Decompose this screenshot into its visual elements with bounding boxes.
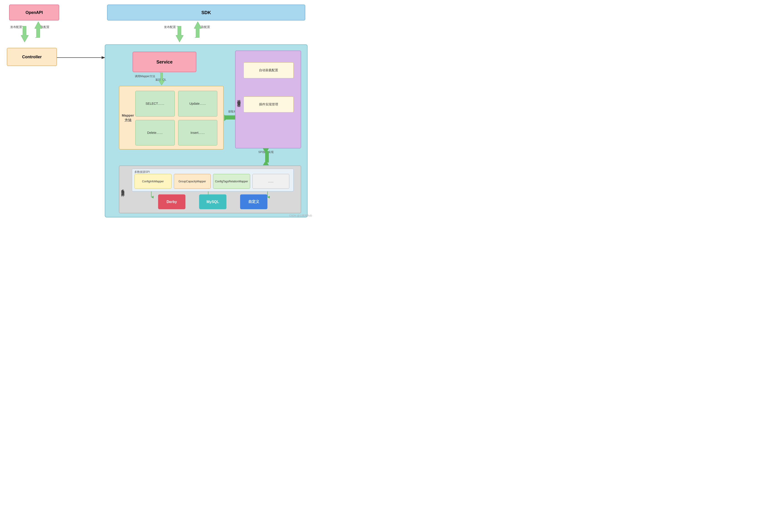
spi-cell-groupcapacitymapper: GroupCapacityMapper [174, 174, 211, 189]
service-to-mapper-arrow [159, 73, 166, 86]
controller-label: Controller [22, 55, 42, 59]
diagram-container: OpenAPI SDK 发布配置 获取配置 发布配置 获取配置 Contro [0, 0, 314, 219]
arrow-up-left [34, 22, 43, 47]
svg-marker-13 [224, 115, 228, 121]
spi-cell-more: …… [253, 174, 289, 189]
sdk-label: SDK [201, 10, 211, 15]
service-box: Service [132, 52, 196, 72]
service-label: Service [156, 59, 173, 65]
arrow-down-right [176, 22, 185, 47]
mapper-area: Mapper 方法 SELECT…… Update…… Delete…… Ins… [119, 86, 224, 150]
spi-grid: ConfigInfoMapper GroupCapacityMapper Con… [134, 174, 289, 189]
controller-to-service-arrow [57, 55, 107, 60]
mapper-cell-insert: Insert…… [178, 120, 218, 146]
openapi-box: OpenAPI [9, 5, 59, 21]
spi-area: 多数据源SPI ConfigInfoMapper GroupCapacityMa… [132, 169, 294, 191]
db-box-custom: 自定义 [240, 194, 267, 209]
spi-cell-configtagsrelationmapper: ConfigTagsRelationMapper [213, 174, 250, 189]
plugin-manager-label: 插件管理器 [237, 97, 241, 102]
svg-marker-17 [263, 162, 269, 165]
svg-marker-4 [176, 26, 184, 42]
openapi-label: OpenAPI [26, 10, 43, 15]
db-box-derby: Derby [158, 194, 186, 209]
watermark: CSDN @云图局为你 [289, 214, 312, 217]
mapper-cell-update: Update…… [178, 91, 218, 116]
db-boxes: Derby MySQL 自定义 [132, 194, 294, 209]
plugin-impl-box: 插件实现管理 [244, 97, 294, 112]
main-container: Service 调用Mapper方法 返回SQL Mapper 方法 SELEC… [105, 44, 308, 217]
db-box-mysql: MySQL [199, 194, 226, 209]
auto-load-box: 自动装载配置 [244, 62, 294, 78]
mapper-cell-delete: Delete…… [135, 120, 175, 146]
multi-ds-label: 多数据源插件 [121, 187, 124, 192]
plugin-manager: 插件管理器 自动装载配置 插件实现管理 [235, 50, 301, 149]
mapper-grid: SELECT…… Update…… Delete…… Insert…… [135, 91, 217, 146]
multi-datasource-area: 多数据源插件 多数据源SPI ConfigInfoMapper GroupCap… [119, 166, 301, 213]
svg-marker-5 [194, 22, 201, 37]
mapper-cell-select: SELECT…… [135, 91, 175, 116]
spi-load-arrow [263, 149, 271, 166]
svg-marker-3 [35, 22, 42, 37]
svg-marker-16 [263, 149, 269, 152]
spi-cell-configinfomapper: ConfigInfoMapper [134, 174, 172, 189]
arrow-down-left [21, 22, 30, 47]
svg-marker-8 [159, 73, 165, 85]
sdk-box: SDK [107, 5, 305, 21]
publish-right-label: 发布配置 [164, 25, 176, 29]
call-mapper-label: 调用Mapper方法 [135, 74, 155, 78]
mapper-label: Mapper 方法 [122, 113, 134, 122]
arrow-up-right [193, 22, 203, 47]
svg-rect-15 [265, 151, 269, 163]
spi-label: 多数据源SPI [134, 170, 150, 174]
controller-box: Controller [7, 48, 57, 66]
svg-marker-2 [21, 26, 29, 42]
